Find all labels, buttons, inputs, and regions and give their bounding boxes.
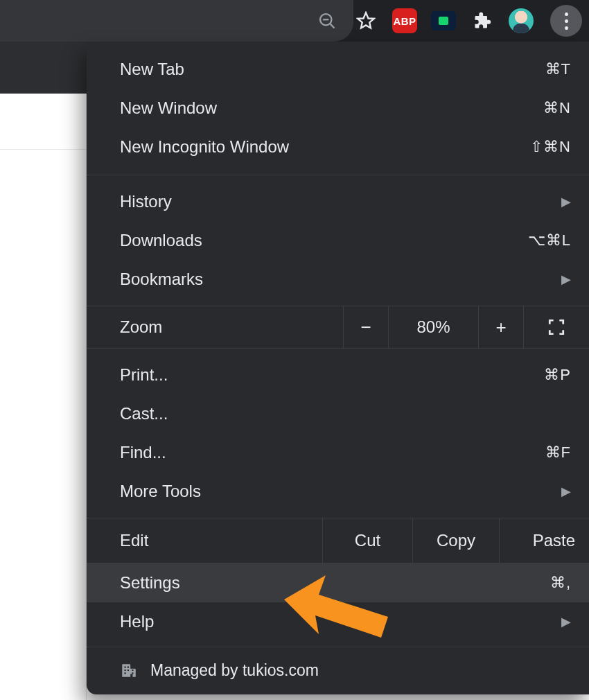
zoom-minus-button[interactable]: −: [343, 306, 388, 348]
menu-item-label: New Window: [120, 98, 495, 118]
menu-help[interactable]: Help ▶: [87, 602, 589, 641]
chrome-menu: New Tab ⌘T New Window ⌘N New Incognito W…: [87, 42, 589, 694]
menu-history[interactable]: History ▶: [87, 182, 589, 221]
managed-label: Managed by tukios.com: [150, 661, 319, 680]
shortcut-label: ⌘,: [495, 574, 571, 592]
profile-avatar[interactable]: [509, 8, 534, 33]
zoom-out-icon[interactable]: [315, 8, 340, 33]
menu-edit-label: Edit: [87, 518, 322, 563]
toolbar-icons: ABP: [315, 0, 582, 42]
menu-item-label: More Tools: [120, 482, 561, 501]
menu-item-label: Downloads: [120, 231, 495, 250]
address-bar-end: [0, 0, 353, 42]
svg-line-1: [331, 24, 335, 28]
shortcut-label: ⌘F: [495, 444, 571, 462]
menu-bookmarks[interactable]: Bookmarks ▶: [87, 260, 589, 299]
shortcut-label: ⌘P: [495, 366, 571, 384]
menu-item-label: Cast...: [120, 404, 571, 423]
menu-edit-row: Edit Cut Copy Paste: [87, 518, 589, 563]
menu-new-incognito[interactable]: New Incognito Window ⇧⌘N: [87, 128, 589, 166]
chevron-right-icon: ▶: [561, 484, 571, 499]
menu-item-label: New Incognito Window: [120, 137, 495, 157]
menu-zoom-label: Zoom: [87, 306, 343, 348]
star-icon[interactable]: [353, 8, 378, 33]
shortcut-label: ⌘N: [495, 99, 571, 117]
edit-copy-button[interactable]: Copy: [412, 518, 499, 563]
menu-new-tab[interactable]: New Tab ⌘T: [87, 50, 589, 89]
abp-extension-icon[interactable]: ABP: [392, 8, 417, 33]
edit-cut-button[interactable]: Cut: [322, 518, 412, 563]
menu-item-label: Settings: [120, 573, 495, 593]
browser-toolbar: ABP: [0, 0, 589, 42]
edit-paste-button[interactable]: Paste: [499, 518, 589, 563]
menu-item-label: Find...: [120, 443, 495, 462]
menu-settings[interactable]: Settings ⌘,: [87, 563, 589, 602]
menu-item-label: Print...: [120, 365, 495, 385]
chevron-right-icon: ▶: [561, 194, 571, 209]
shortcut-label: ⇧⌘N: [495, 138, 571, 156]
page-content-fragment: [0, 94, 87, 700]
kebab-icon: [565, 12, 568, 30]
menu-find[interactable]: Find... ⌘F: [87, 433, 589, 472]
chrome-menu-button[interactable]: [550, 5, 582, 37]
building-icon: [120, 661, 138, 679]
chevron-right-icon: ▶: [561, 272, 571, 287]
chevron-right-icon: ▶: [561, 614, 571, 629]
menu-item-label: New Tab: [120, 60, 495, 79]
tab-strip-fragment: [0, 42, 87, 94]
menu-item-label: Help: [120, 612, 561, 631]
menu-item-label: Bookmarks: [120, 270, 561, 289]
menu-managed-by[interactable]: Managed by tukios.com: [87, 647, 589, 693]
zoom-percent-label: 80%: [388, 306, 478, 348]
menu-new-window[interactable]: New Window ⌘N: [87, 89, 589, 128]
svg-marker-3: [358, 12, 373, 28]
menu-print[interactable]: Print... ⌘P: [87, 356, 589, 394]
menu-item-label: History: [120, 192, 561, 211]
menu-downloads[interactable]: Downloads ⌥⌘L: [87, 221, 589, 260]
menu-more-tools[interactable]: More Tools ▶: [87, 472, 589, 511]
menu-cast[interactable]: Cast...: [87, 394, 589, 433]
shortcut-label: ⌥⌘L: [495, 231, 571, 250]
shortcut-label: ⌘T: [495, 60, 571, 78]
zoom-plus-button[interactable]: +: [478, 306, 523, 348]
menu-zoom-row: Zoom − 80% +: [87, 306, 589, 348]
fullscreen-button[interactable]: [523, 306, 589, 348]
video-extension-icon[interactable]: [431, 11, 456, 30]
extensions-icon[interactable]: [470, 8, 495, 33]
